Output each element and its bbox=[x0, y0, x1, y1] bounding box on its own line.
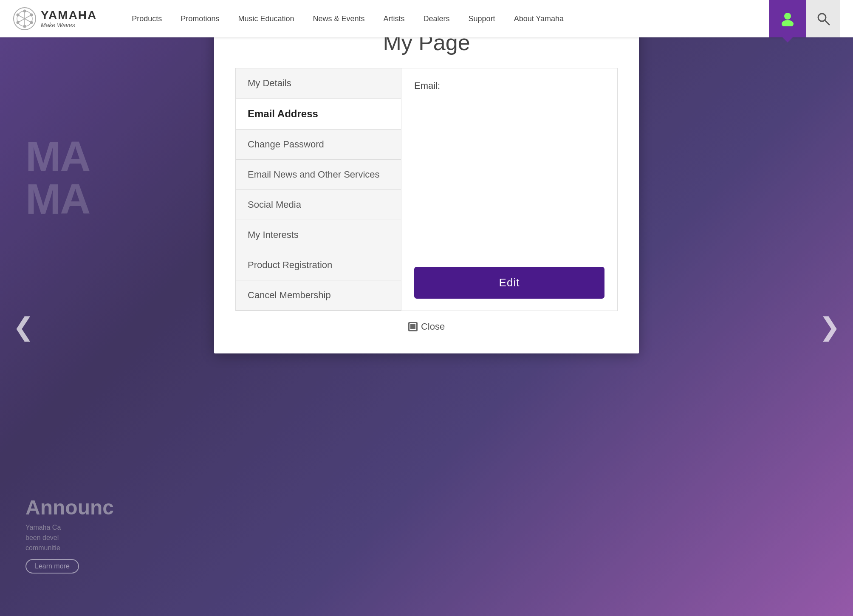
svg-point-7 bbox=[23, 25, 26, 28]
yamaha-logo-icon bbox=[13, 7, 37, 31]
nav-link-support[interactable]: Support bbox=[459, 14, 505, 23]
user-button[interactable] bbox=[769, 0, 806, 37]
logo-name: YAMAHA bbox=[41, 9, 97, 22]
svg-point-6 bbox=[30, 21, 33, 24]
sidebar-item-change-password[interactable]: Change Password bbox=[236, 130, 401, 160]
sidebar-item-email-news[interactable]: Email News and Other Services bbox=[236, 160, 401, 190]
sidebar-item-social-media[interactable]: Social Media bbox=[236, 190, 401, 220]
svg-point-4 bbox=[30, 14, 33, 17]
modal-body: My Details Email Address Change Password… bbox=[235, 68, 618, 311]
email-label: Email: bbox=[414, 80, 604, 91]
logo-text: YAMAHA Make Waves bbox=[41, 9, 97, 28]
user-btn-arrow bbox=[782, 37, 793, 42]
nav-link-about-yamaha[interactable]: About Yamaha bbox=[505, 14, 573, 23]
svg-point-3 bbox=[17, 14, 20, 17]
nav-link-dealers[interactable]: Dealers bbox=[414, 14, 459, 23]
svg-line-11 bbox=[825, 20, 829, 25]
close-row: Close bbox=[235, 321, 618, 332]
close-button[interactable]: Close bbox=[408, 321, 445, 332]
modal-overlay: 🔒 Sign Out My Page My Details Email Addr… bbox=[0, 0, 853, 616]
nav-link-music-education[interactable]: Music Education bbox=[229, 14, 303, 23]
sidebar-item-email-address: Email Address bbox=[236, 99, 401, 130]
svg-point-9 bbox=[782, 20, 794, 26]
edit-button[interactable]: Edit bbox=[414, 267, 604, 299]
nav-link-promotions[interactable]: Promotions bbox=[171, 14, 229, 23]
sidebar-item-cancel-membership[interactable]: Cancel Membership bbox=[236, 280, 401, 311]
sidebar-item-my-interests[interactable]: My Interests bbox=[236, 220, 401, 250]
logo-tagline: Make Waves bbox=[41, 22, 97, 28]
svg-point-2 bbox=[23, 10, 26, 13]
navbar: YAMAHA Make Waves Products Promotions Mu… bbox=[0, 0, 853, 37]
nav-link-artists[interactable]: Artists bbox=[374, 14, 414, 23]
nav-right bbox=[769, 0, 840, 37]
sidebar-item-my-details[interactable]: My Details bbox=[236, 68, 401, 99]
sidebar-item-product-registration[interactable]: Product Registration bbox=[236, 250, 401, 280]
close-icon bbox=[408, 322, 418, 331]
user-icon-container bbox=[780, 11, 795, 26]
nav-links: Products Promotions Music Education News… bbox=[122, 14, 769, 23]
my-page-modal: 🔒 Sign Out My Page My Details Email Addr… bbox=[214, 13, 639, 353]
svg-point-5 bbox=[17, 21, 20, 24]
search-icon bbox=[816, 11, 831, 26]
sidebar-menu: My Details Email Address Change Password… bbox=[236, 68, 401, 311]
nav-link-products[interactable]: Products bbox=[122, 14, 171, 23]
search-button[interactable] bbox=[806, 0, 840, 37]
logo[interactable]: YAMAHA Make Waves bbox=[13, 7, 97, 31]
nav-link-news-events[interactable]: News & Events bbox=[303, 14, 374, 23]
user-icon bbox=[780, 11, 795, 26]
close-label: Close bbox=[421, 321, 445, 332]
content-area: Email: Edit bbox=[401, 68, 617, 311]
svg-point-8 bbox=[784, 13, 791, 20]
